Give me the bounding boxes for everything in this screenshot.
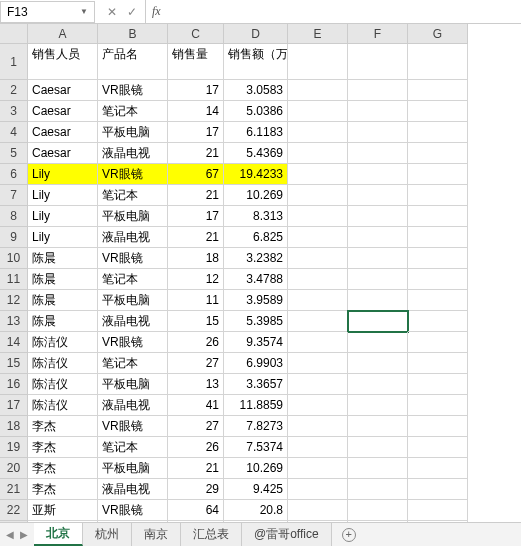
col-header-F[interactable]: F: [348, 24, 408, 44]
cell-D11[interactable]: 3.4788: [224, 269, 288, 290]
cell-F21[interactable]: [348, 479, 408, 500]
sheet-tab-2[interactable]: 南京: [132, 523, 181, 546]
cell-F10[interactable]: [348, 248, 408, 269]
cell-F2[interactable]: [348, 80, 408, 101]
row-header-21[interactable]: 21: [0, 479, 28, 500]
cell-C13[interactable]: 15: [168, 311, 224, 332]
cell-G1[interactable]: [408, 44, 468, 80]
cell-C21[interactable]: 29: [168, 479, 224, 500]
cell-C17[interactable]: 41: [168, 395, 224, 416]
cell-B9[interactable]: 液晶电视: [98, 227, 168, 248]
cell-C11[interactable]: 12: [168, 269, 224, 290]
col-header-D[interactable]: D: [224, 24, 288, 44]
cell-B17[interactable]: 液晶电视: [98, 395, 168, 416]
cell-B16[interactable]: 平板电脑: [98, 374, 168, 395]
cell-E21[interactable]: [288, 479, 348, 500]
cell-G5[interactable]: [408, 143, 468, 164]
row-header-1[interactable]: 1: [0, 44, 28, 80]
cell-E17[interactable]: [288, 395, 348, 416]
cell-D7[interactable]: 10.269: [224, 185, 288, 206]
cell-C3[interactable]: 14: [168, 101, 224, 122]
cell-G22[interactable]: [408, 500, 468, 521]
cell-D15[interactable]: 6.9903: [224, 353, 288, 374]
col-header-B[interactable]: B: [98, 24, 168, 44]
col-header-C[interactable]: C: [168, 24, 224, 44]
cell-E15[interactable]: [288, 353, 348, 374]
cell-C18[interactable]: 27: [168, 416, 224, 437]
cell-B18[interactable]: VR眼镜: [98, 416, 168, 437]
row-header-9[interactable]: 9: [0, 227, 28, 248]
cell-G3[interactable]: [408, 101, 468, 122]
cell-G4[interactable]: [408, 122, 468, 143]
cell-D13[interactable]: 5.3985: [224, 311, 288, 332]
row-header-4[interactable]: 4: [0, 122, 28, 143]
cell-C19[interactable]: 26: [168, 437, 224, 458]
cell-F12[interactable]: [348, 290, 408, 311]
cell-F14[interactable]: [348, 332, 408, 353]
cell-G21[interactable]: [408, 479, 468, 500]
cell-E20[interactable]: [288, 458, 348, 479]
select-all-corner[interactable]: [0, 24, 28, 44]
cell-F7[interactable]: [348, 185, 408, 206]
cell-G9[interactable]: [408, 227, 468, 248]
cell-G13[interactable]: [408, 311, 468, 332]
cell-C16[interactable]: 13: [168, 374, 224, 395]
cell-E18[interactable]: [288, 416, 348, 437]
cell-E7[interactable]: [288, 185, 348, 206]
nav-prev-icon[interactable]: ◀: [6, 529, 14, 540]
cell-A12[interactable]: 陈晨: [28, 290, 98, 311]
cell-F6[interactable]: [348, 164, 408, 185]
cell-A9[interactable]: Lily: [28, 227, 98, 248]
sheet-tab-4[interactable]: @雷哥office: [242, 523, 332, 546]
cell-B19[interactable]: 笔记本: [98, 437, 168, 458]
row-header-6[interactable]: 6: [0, 164, 28, 185]
cell-B15[interactable]: 笔记本: [98, 353, 168, 374]
cell-D19[interactable]: 7.5374: [224, 437, 288, 458]
cell-A5[interactable]: Caesar: [28, 143, 98, 164]
cell-G16[interactable]: [408, 374, 468, 395]
sheet-tab-1[interactable]: 杭州: [83, 523, 132, 546]
cell-C5[interactable]: 21: [168, 143, 224, 164]
cell-A3[interactable]: Caesar: [28, 101, 98, 122]
cell-F19[interactable]: [348, 437, 408, 458]
cell-D4[interactable]: 6.1183: [224, 122, 288, 143]
cell-G11[interactable]: [408, 269, 468, 290]
add-sheet-button[interactable]: +: [332, 523, 366, 546]
cell-G18[interactable]: [408, 416, 468, 437]
cell-F22[interactable]: [348, 500, 408, 521]
cell-C22[interactable]: 64: [168, 500, 224, 521]
cell-B4[interactable]: 平板电脑: [98, 122, 168, 143]
cell-C15[interactable]: 27: [168, 353, 224, 374]
cell-F16[interactable]: [348, 374, 408, 395]
cell-E1[interactable]: [288, 44, 348, 80]
cell-E4[interactable]: [288, 122, 348, 143]
cell-A21[interactable]: 李杰: [28, 479, 98, 500]
cell-B13[interactable]: 液晶电视: [98, 311, 168, 332]
row-header-20[interactable]: 20: [0, 458, 28, 479]
cell-D22[interactable]: 20.8: [224, 500, 288, 521]
cell-A7[interactable]: Lily: [28, 185, 98, 206]
cell-C6[interactable]: 67: [168, 164, 224, 185]
cell-C2[interactable]: 17: [168, 80, 224, 101]
cell-B20[interactable]: 平板电脑: [98, 458, 168, 479]
cell-E14[interactable]: [288, 332, 348, 353]
dropdown-icon[interactable]: ▼: [80, 7, 88, 16]
cell-E2[interactable]: [288, 80, 348, 101]
header-product[interactable]: 产品名: [98, 44, 168, 80]
cell-E5[interactable]: [288, 143, 348, 164]
fx-icon[interactable]: fx: [146, 4, 167, 19]
cell-A18[interactable]: 李杰: [28, 416, 98, 437]
cell-B22[interactable]: VR眼镜: [98, 500, 168, 521]
confirm-icon[interactable]: ✓: [127, 5, 137, 19]
cell-F5[interactable]: [348, 143, 408, 164]
cell-G7[interactable]: [408, 185, 468, 206]
row-header-3[interactable]: 3: [0, 101, 28, 122]
cell-F11[interactable]: [348, 269, 408, 290]
cell-D10[interactable]: 3.2382: [224, 248, 288, 269]
row-header-19[interactable]: 19: [0, 437, 28, 458]
cell-F9[interactable]: [348, 227, 408, 248]
cell-B5[interactable]: 液晶电视: [98, 143, 168, 164]
cell-A16[interactable]: 陈洁仪: [28, 374, 98, 395]
row-header-15[interactable]: 15: [0, 353, 28, 374]
cell-E16[interactable]: [288, 374, 348, 395]
